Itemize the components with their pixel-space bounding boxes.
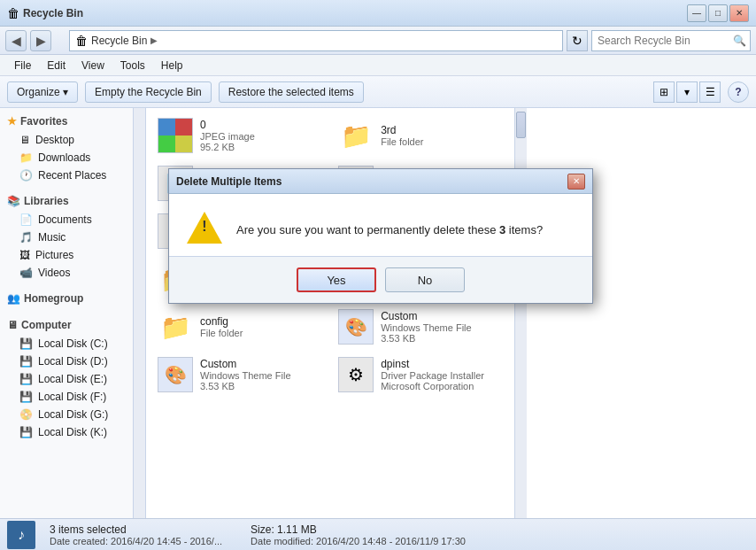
maximize-button[interactable]: □ bbox=[708, 4, 728, 22]
menu-help[interactable]: Help bbox=[154, 58, 190, 74]
status-date-created: Date created: 2016/4/20 14:45 - 2016/... bbox=[50, 536, 222, 546]
nav-bar: ◀ ▶ 🗑 Recycle Bin ▶ ↻ 🔍 bbox=[0, 27, 756, 55]
sidebar-item-disk-d[interactable]: 💾 Local Disk (D:) bbox=[0, 352, 133, 370]
file-type-custom1: Windows Theme File bbox=[381, 322, 503, 333]
minimize-button[interactable]: — bbox=[687, 4, 706, 22]
organize-button[interactable]: Organize ▾ bbox=[7, 81, 78, 103]
file-name-0: 0 bbox=[200, 119, 322, 131]
menu-tools[interactable]: Tools bbox=[113, 58, 152, 74]
file-type-3rd: File folder bbox=[381, 136, 503, 147]
sidebar-item-label: Downloads bbox=[38, 151, 90, 164]
dialog-footer: Yes No bbox=[169, 256, 592, 303]
dialog-no-button[interactable]: No bbox=[385, 267, 465, 292]
sidebar-item-recent-places[interactable]: 🕐 Recent Places bbox=[0, 167, 133, 184]
file-item-dpinst[interactable]: ⚙ dpinst Driver Package Installer Micros… bbox=[330, 351, 511, 399]
sidebar-section-computer: 🖥 Computer 💾 Local Disk (C:) 💾 Local Dis… bbox=[0, 315, 133, 441]
sidebar-section-favorites: ★ Favorites 🖥 Desktop 📁 Downloads 🕐 Rece… bbox=[0, 112, 133, 184]
view-options-button[interactable]: ⊞ bbox=[653, 81, 675, 103]
restore-selected-button[interactable]: Restore the selected items bbox=[219, 81, 364, 103]
desktop-icon: 🖥 bbox=[19, 134, 30, 146]
file-extra-dpinst: Microsoft Corporation bbox=[381, 381, 503, 391]
star-icon: ★ bbox=[7, 115, 17, 128]
disk-c-icon: 💾 bbox=[19, 337, 33, 350]
file-name-custom1: Custom bbox=[381, 310, 503, 322]
sidebar-item-disk-f[interactable]: 💾 Local Disk (F:) bbox=[0, 388, 133, 406]
back-button[interactable]: ◀ bbox=[5, 30, 27, 51]
view-toggle-button[interactable]: ▾ bbox=[676, 81, 698, 103]
forward-button[interactable]: ▶ bbox=[30, 30, 51, 51]
sidebar-item-label: Recent Places bbox=[38, 169, 106, 182]
menu-view[interactable]: View bbox=[74, 58, 112, 74]
file-item-3rd[interactable]: 📁 3rd File folder bbox=[330, 112, 511, 159]
libraries-header[interactable]: 📚 Libraries bbox=[0, 191, 133, 211]
file-size-0: 95.2 KB bbox=[200, 142, 322, 152]
sidebar-item-downloads[interactable]: 📁 Downloads bbox=[0, 149, 133, 167]
status-date-modified: Date modified: 2016/4/20 14:48 - 2016/11… bbox=[251, 536, 466, 546]
status-app-icon: ♪ bbox=[18, 527, 25, 543]
title-bar-left: 🗑 Recycle Bin bbox=[7, 6, 83, 20]
music-icon: 🎵 bbox=[19, 231, 33, 244]
sidebar-item-label: Desktop bbox=[35, 134, 74, 146]
file-info-0: 0 JPEG image 95.2 KB bbox=[200, 119, 322, 152]
dialog-yes-button[interactable]: Yes bbox=[297, 267, 376, 292]
sidebar-item-videos[interactable]: 📹 Videos bbox=[0, 264, 133, 282]
menu-edit[interactable]: Edit bbox=[40, 58, 73, 74]
dialog-message: Are you sure you want to permanently del… bbox=[236, 223, 543, 236]
computer-header[interactable]: 🖥 Computer bbox=[0, 315, 133, 335]
pictures-icon: 🖼 bbox=[19, 249, 30, 261]
file-item-custom2[interactable]: 🎨 Custom Windows Theme File 3.53 KB bbox=[150, 351, 330, 399]
dialog-message-after: items? bbox=[505, 223, 543, 236]
file-thumb-dpinst: ⚙ bbox=[338, 357, 374, 392]
search-icon: 🔍 bbox=[733, 35, 750, 47]
sidebar-section-homegroup: 👥 Homegroup bbox=[0, 289, 133, 308]
file-item-custom1[interactable]: 🎨 Custom Windows Theme File 3.53 KB bbox=[330, 303, 511, 351]
sidebar-item-disk-c[interactable]: 💾 Local Disk (C:) bbox=[0, 335, 133, 352]
documents-icon: 📄 bbox=[19, 213, 33, 226]
recent-places-icon: 🕐 bbox=[19, 169, 33, 182]
disk-g-icon: 📀 bbox=[19, 408, 33, 421]
file-name-config: config bbox=[200, 315, 322, 328]
file-name-dpinst: dpinst bbox=[381, 358, 503, 370]
sidebar-item-disk-k[interactable]: 💾 Local Disk (K:) bbox=[0, 423, 133, 441]
sidebar-item-documents[interactable]: 📄 Documents bbox=[0, 211, 133, 229]
sidebar-item-music[interactable]: 🎵 Music bbox=[0, 229, 133, 246]
layout-button[interactable]: ☰ bbox=[699, 81, 721, 103]
sidebar-item-label: Documents bbox=[38, 213, 92, 226]
status-meta: Size: 1.11 MB Date modified: 2016/4/20 1… bbox=[251, 523, 466, 546]
file-type-0: JPEG image bbox=[200, 131, 322, 142]
sidebar-item-disk-g[interactable]: 📀 Local Disk (G:) bbox=[0, 406, 133, 423]
status-selected: 3 items selected bbox=[50, 523, 222, 536]
help-button[interactable]: ? bbox=[728, 81, 749, 103]
menu-file[interactable]: File bbox=[7, 58, 38, 74]
sidebar-scrollbar[interactable] bbox=[133, 108, 145, 518]
homegroup-header[interactable]: 👥 Homegroup bbox=[0, 289, 133, 308]
sidebar-item-disk-e[interactable]: 💾 Local Disk (E:) bbox=[0, 370, 133, 388]
file-item-config[interactable]: 📁 config File folder bbox=[150, 303, 330, 351]
computer-label: Computer bbox=[21, 319, 72, 331]
file-name-3rd: 3rd bbox=[381, 124, 503, 136]
close-button[interactable]: ✕ bbox=[729, 4, 749, 22]
search-input[interactable] bbox=[592, 35, 733, 47]
title-bar: 🗑 Recycle Bin — □ ✕ bbox=[0, 0, 756, 27]
videos-icon: 📹 bbox=[19, 267, 33, 279]
sidebar-item-pictures[interactable]: 🖼 Pictures bbox=[0, 246, 133, 264]
sidebar-item-desktop[interactable]: 🖥 Desktop bbox=[0, 131, 133, 149]
refresh-button[interactable]: ↻ bbox=[567, 30, 588, 51]
file-item-0[interactable]: 0 JPEG image 95.2 KB bbox=[150, 112, 330, 159]
favorites-header[interactable]: ★ Favorites bbox=[0, 112, 133, 131]
computer-icon: 🖥 bbox=[7, 319, 18, 331]
recycle-bin-icon: 🗑 bbox=[75, 34, 88, 48]
empty-recycle-bin-button[interactable]: Empty the Recycle Bin bbox=[85, 81, 212, 103]
sidebar-item-label: Pictures bbox=[35, 249, 73, 261]
file-type-dpinst: Driver Package Installer bbox=[381, 370, 503, 381]
menu-bar: File Edit View Tools Help bbox=[0, 55, 756, 76]
file-info-3rd: 3rd File folder bbox=[381, 124, 503, 147]
dialog-close-button[interactable]: ✕ bbox=[567, 174, 585, 190]
warning-exclamation: ! bbox=[202, 219, 206, 235]
dialog-titlebar: Delete Multiple Items ✕ bbox=[169, 169, 592, 194]
status-details-row: Date created: 2016/4/20 14:45 - 2016/... bbox=[50, 536, 222, 546]
sidebar-item-label: Music bbox=[38, 231, 66, 244]
dialog-title: Delete Multiple Items bbox=[176, 175, 282, 188]
file-type-config: File folder bbox=[200, 328, 322, 338]
dialog-body: ! Are you sure you want to permanently d… bbox=[169, 194, 592, 256]
